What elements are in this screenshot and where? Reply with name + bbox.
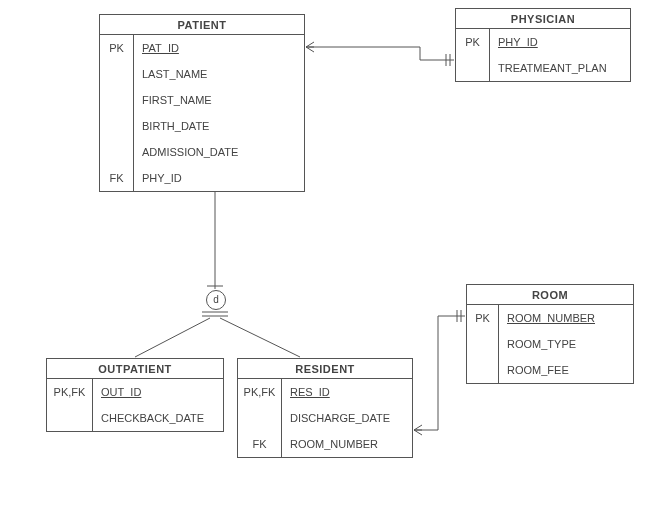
attr-phy-id: PHY_ID <box>498 36 538 48</box>
entity-title: OUTPATIENT <box>47 359 223 379</box>
er-diagram: PATIENT PK FK PAT_ID LAST_NAME FIRST_NAM… <box>0 0 651 511</box>
attr-column: ROOM_NUMBER ROOM_TYPE ROOM_FEE <box>499 305 633 383</box>
entity-title: PHYSICIAN <box>456 9 630 29</box>
entity-physician: PHYSICIAN PK PHY_ID TREATMEANT_PLAN <box>455 8 631 82</box>
attr-discharge-date: DISCHARGE_DATE <box>290 412 390 424</box>
attr-treatment-plan: TREATMEANT_PLAN <box>498 62 607 74</box>
attr-first-name: FIRST_NAME <box>142 94 212 106</box>
attr-pat-id: PAT_ID <box>142 42 179 54</box>
attr-column: PAT_ID LAST_NAME FIRST_NAME BIRTH_DATE A… <box>134 35 304 191</box>
key-column: PK,FK FK <box>238 379 282 457</box>
entity-title: ROOM <box>467 285 633 305</box>
entity-title: RESIDENT <box>238 359 412 379</box>
key-column: PK FK <box>100 35 134 191</box>
entity-title: PATIENT <box>100 15 304 35</box>
attr-admission-date: ADMISSION_DATE <box>142 146 238 158</box>
key-column: PK,FK <box>47 379 93 431</box>
key-column: PK <box>467 305 499 383</box>
attr-birth-date: BIRTH_DATE <box>142 120 209 132</box>
attr-phy-id: PHY_ID <box>142 172 182 184</box>
attr-room-number: ROOM_NUMBER <box>290 438 378 450</box>
attr-checkback-date: CHECKBACK_DATE <box>101 412 204 424</box>
entity-resident: RESIDENT PK,FK FK RES_ID DISCHARGE_DATE … <box>237 358 413 458</box>
attr-room-fee: ROOM_FEE <box>507 364 569 376</box>
attr-res-id: RES_ID <box>290 386 330 398</box>
key-column: PK <box>456 29 490 81</box>
attr-room-number: ROOM_NUMBER <box>507 312 595 324</box>
entity-outpatient: OUTPATIENT PK,FK OUT_ID CHECKBACK_DATE <box>46 358 224 432</box>
entity-room: ROOM PK ROOM_NUMBER ROOM_TYPE ROOM_FEE <box>466 284 634 384</box>
attr-column: OUT_ID CHECKBACK_DATE <box>93 379 223 431</box>
attr-column: RES_ID DISCHARGE_DATE ROOM_NUMBER <box>282 379 412 457</box>
attr-last-name: LAST_NAME <box>142 68 207 80</box>
attr-room-type: ROOM_TYPE <box>507 338 576 350</box>
attr-out-id: OUT_ID <box>101 386 141 398</box>
entity-patient: PATIENT PK FK PAT_ID LAST_NAME FIRST_NAM… <box>99 14 305 192</box>
disjoint-symbol: d <box>206 290 226 310</box>
attr-column: PHY_ID TREATMEANT_PLAN <box>490 29 630 81</box>
